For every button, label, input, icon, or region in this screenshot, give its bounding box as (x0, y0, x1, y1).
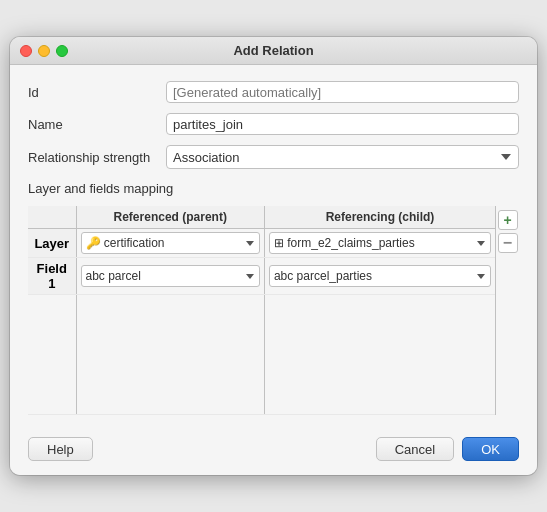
dialog-window: Add Relation Id Name Relationship streng… (10, 37, 537, 475)
id-row: Id (28, 81, 519, 103)
empty-parent (76, 295, 264, 415)
side-buttons: + − (495, 206, 519, 415)
table-row-layer: Layer 🔑 certification (28, 229, 495, 258)
col-header-empty (28, 206, 76, 229)
row-label-layer: Layer (28, 229, 76, 258)
cell-parent-field1: abc parcel (76, 258, 264, 295)
minimize-button[interactable] (38, 45, 50, 57)
row-label-field1: Field 1 (28, 258, 76, 295)
add-field-button[interactable]: + (498, 210, 518, 230)
remove-field-button[interactable]: − (498, 233, 518, 253)
mapping-table-wrapper: Referenced (parent) Referencing (child) … (28, 206, 495, 415)
help-button[interactable]: Help (28, 437, 93, 461)
section-label-row: Layer and fields mapping (28, 179, 519, 196)
col-header-referencing: Referencing (child) (264, 206, 495, 229)
name-row: Name (28, 113, 519, 135)
window-title: Add Relation (233, 43, 313, 58)
relationship-label: Relationship strength (28, 150, 158, 165)
relationship-row: Relationship strength Association Compos… (28, 145, 519, 169)
name-label: Name (28, 117, 158, 132)
child-field1-select[interactable]: abc parcel_parties (269, 265, 491, 287)
id-field[interactable] (166, 81, 519, 103)
empty-label (28, 295, 76, 415)
dialog-footer: Help Cancel OK (10, 427, 537, 475)
parent-field1-select[interactable]: abc parcel (81, 265, 260, 287)
maximize-button[interactable] (56, 45, 68, 57)
footer-right-buttons: Cancel OK (376, 437, 519, 461)
cell-child-layer: ⊞ form_e2_claims_parties (264, 229, 495, 258)
close-button[interactable] (20, 45, 32, 57)
child-layer-select[interactable]: ⊞ form_e2_claims_parties (269, 232, 491, 254)
table-row-field1: Field 1 abc parcel (28, 258, 495, 295)
remove-field-icon: − (503, 234, 512, 252)
cancel-button[interactable]: Cancel (376, 437, 454, 461)
add-field-icon: + (503, 212, 511, 228)
id-label: Id (28, 85, 158, 100)
name-field[interactable] (166, 113, 519, 135)
cell-parent-layer: 🔑 certification (76, 229, 264, 258)
dialog-content: Id Name Relationship strength Associatio… (10, 65, 537, 427)
relationship-select[interactable]: Association Composition Aggregation (166, 145, 519, 169)
mapping-outer: Referenced (parent) Referencing (child) … (28, 206, 519, 415)
window-controls (20, 45, 68, 57)
title-bar: Add Relation (10, 37, 537, 65)
mapping-table: Referenced (parent) Referencing (child) … (28, 206, 495, 415)
parent-layer-select[interactable]: 🔑 certification (81, 232, 260, 254)
cell-child-field1: abc parcel_parties (264, 258, 495, 295)
mapping-container: Referenced (parent) Referencing (child) … (28, 206, 519, 415)
ok-button[interactable]: OK (462, 437, 519, 461)
table-row-empty (28, 295, 495, 415)
empty-child (264, 295, 495, 415)
section-label: Layer and fields mapping (28, 181, 173, 196)
col-header-referenced: Referenced (parent) (76, 206, 264, 229)
